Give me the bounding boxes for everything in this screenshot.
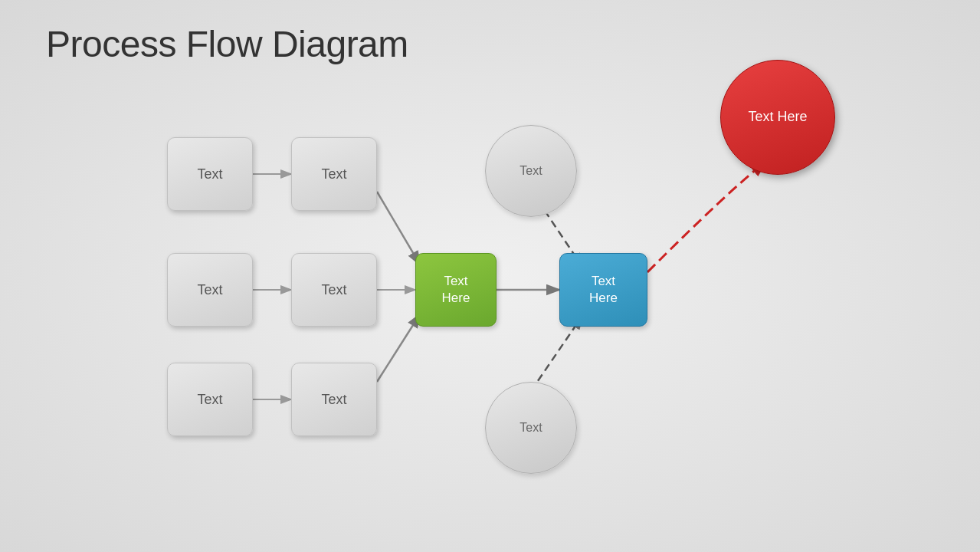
box-right-blue: TextHere: [559, 253, 647, 327]
box-row3-right: Text: [291, 363, 377, 436]
box-row3-left: Text: [167, 363, 253, 436]
circle-red: Text Here: [720, 60, 835, 175]
circle-top: Text: [485, 125, 577, 217]
box-row1-right: Text: [291, 137, 377, 211]
box-row1-left: Text: [167, 137, 253, 211]
box-center-green: TextHere: [415, 253, 497, 327]
box-row2-right: Text: [291, 253, 377, 327]
page-title: Process Flow Diagram: [46, 23, 408, 65]
circle-bottom: Text: [485, 382, 577, 474]
box-row2-left: Text: [167, 253, 253, 327]
svg-line-7: [377, 192, 420, 264]
svg-line-11: [531, 316, 582, 391]
svg-line-8: [377, 314, 420, 382]
